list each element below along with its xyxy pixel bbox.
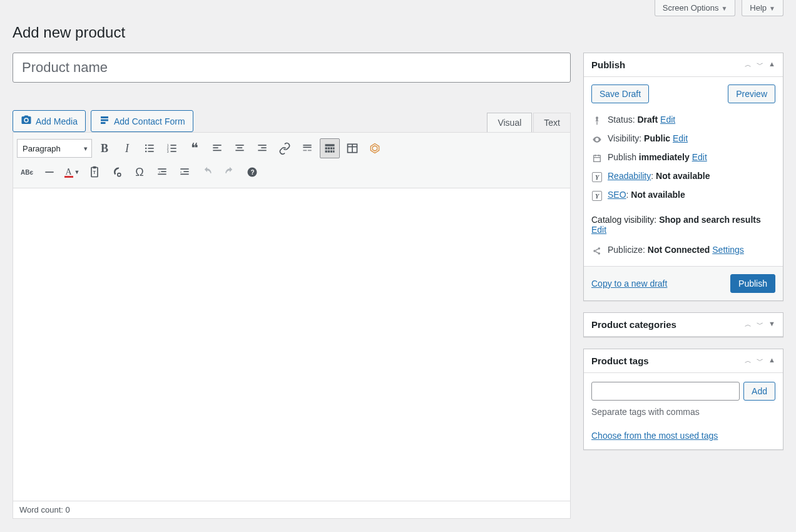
eye-icon xyxy=(591,135,603,145)
align-right-button[interactable] xyxy=(252,138,272,158)
box-toggle-icon[interactable]: ▲ xyxy=(768,356,775,366)
box-move-up-icon[interactable]: ︿ xyxy=(745,60,752,69)
svg-rect-15 xyxy=(235,145,243,146)
edit-visibility-link[interactable]: Edit xyxy=(673,133,688,143)
box-move-down-icon[interactable]: ﹀ xyxy=(757,60,763,69)
preview-button[interactable]: Preview xyxy=(728,84,775,103)
align-left-button[interactable] xyxy=(207,138,227,158)
svg-rect-25 xyxy=(325,144,335,146)
svg-rect-19 xyxy=(261,147,266,148)
tag-input[interactable] xyxy=(591,382,740,401)
svg-rect-22 xyxy=(303,147,311,148)
product-name-input[interactable] xyxy=(13,53,571,83)
svg-point-2 xyxy=(145,148,147,150)
svg-rect-17 xyxy=(235,150,243,151)
save-draft-button[interactable]: Save Draft xyxy=(591,84,649,103)
woocommerce-icon[interactable] xyxy=(365,138,385,158)
more-button[interactable] xyxy=(297,138,317,158)
add-tag-button[interactable]: Add xyxy=(743,382,775,401)
edit-publish-time-link[interactable]: Edit xyxy=(692,152,707,162)
svg-rect-18 xyxy=(258,145,266,146)
blockquote-button[interactable]: ❝ xyxy=(185,138,205,158)
publish-box: Publish ︿ ﹀ ▲ Save Draft Preview Status:… xyxy=(583,53,783,301)
svg-line-59 xyxy=(595,249,598,251)
italic-button[interactable]: I xyxy=(117,138,137,158)
publicize-settings-link[interactable]: Settings xyxy=(712,245,744,255)
svg-text:3: 3 xyxy=(167,150,169,153)
svg-point-43 xyxy=(118,173,121,176)
svg-rect-31 xyxy=(328,150,330,152)
publish-button[interactable]: Publish xyxy=(730,274,775,293)
form-icon xyxy=(99,115,110,128)
svg-rect-28 xyxy=(330,147,332,149)
special-char-button[interactable]: Ω xyxy=(130,162,150,182)
svg-rect-11 xyxy=(171,151,176,152)
indent-button[interactable] xyxy=(175,162,195,182)
svg-rect-41 xyxy=(93,166,96,168)
yoast-seo-icon: Y xyxy=(591,191,603,201)
format-select[interactable]: Paragraph xyxy=(17,139,92,158)
edit-catalog-link[interactable]: Edit xyxy=(591,225,606,235)
most-used-tags-link[interactable]: Choose from the most used tags xyxy=(591,431,718,441)
hr-button[interactable] xyxy=(39,162,59,182)
media-icon xyxy=(21,115,32,128)
redo-button[interactable] xyxy=(220,162,240,182)
tags-box: Product tags ︿ ﹀ ▲ Add Separate tags wit… xyxy=(583,349,783,450)
clear-format-button[interactable] xyxy=(107,162,127,182)
page-title: Add new product xyxy=(13,16,783,53)
table-button[interactable] xyxy=(342,138,362,158)
undo-button[interactable] xyxy=(197,162,217,182)
box-toggle-icon[interactable]: ▲ xyxy=(768,60,775,69)
help-button[interactable]: Help▼ xyxy=(742,0,783,16)
number-list-button[interactable]: 123 xyxy=(162,138,182,158)
calendar-icon xyxy=(591,153,603,163)
link-button[interactable] xyxy=(275,138,295,158)
box-move-down-icon[interactable]: ﹀ xyxy=(757,320,763,329)
svg-rect-33 xyxy=(333,150,335,152)
box-move-up-icon[interactable]: ︿ xyxy=(745,320,752,329)
svg-rect-5 xyxy=(148,151,154,152)
svg-rect-12 xyxy=(213,145,221,146)
svg-rect-39 xyxy=(45,171,53,173)
svg-rect-21 xyxy=(303,145,311,146)
box-move-up-icon[interactable]: ︿ xyxy=(745,356,752,366)
svg-rect-16 xyxy=(237,147,242,148)
svg-marker-37 xyxy=(370,144,379,153)
svg-rect-24 xyxy=(308,150,312,151)
svg-point-4 xyxy=(145,151,147,153)
box-toggle-icon[interactable]: ▼ xyxy=(768,320,775,329)
paste-text-button[interactable]: T xyxy=(84,162,105,182)
svg-rect-20 xyxy=(258,150,266,151)
categories-box-title: Product categories xyxy=(591,319,676,330)
strikethrough-button[interactable]: ABє xyxy=(17,162,37,182)
screen-options-button[interactable]: Screen Options▼ xyxy=(655,0,736,16)
tab-visual[interactable]: Visual xyxy=(487,113,532,132)
help-icon-button[interactable]: ? xyxy=(242,162,262,182)
svg-text:T: T xyxy=(93,170,96,175)
svg-rect-9 xyxy=(171,148,176,149)
copy-draft-link[interactable]: Copy to a new draft xyxy=(591,279,667,289)
svg-rect-48 xyxy=(183,171,188,172)
tab-text[interactable]: Text xyxy=(533,113,571,132)
svg-rect-26 xyxy=(325,147,327,149)
add-media-button[interactable]: Add Media xyxy=(13,110,86,132)
seo-link[interactable]: SEO xyxy=(608,190,626,200)
toolbar-toggle-button[interactable] xyxy=(320,138,340,158)
yoast-readability-icon: Y xyxy=(591,172,603,182)
text-color-button[interactable]: A▼ xyxy=(62,162,82,182)
svg-line-60 xyxy=(595,252,598,253)
editor-content-area[interactable] xyxy=(13,188,571,501)
bold-button[interactable]: B xyxy=(94,138,115,158)
svg-rect-46 xyxy=(158,174,166,175)
edit-status-link[interactable]: Edit xyxy=(660,115,675,125)
share-icon xyxy=(591,246,603,256)
readability-link[interactable]: Readability xyxy=(608,171,651,181)
box-move-down-icon[interactable]: ﹀ xyxy=(757,356,763,366)
outdent-button[interactable] xyxy=(152,162,172,182)
bullet-list-button[interactable] xyxy=(140,138,160,158)
editor-toolbar: Paragraph B I 123 ❝ ABє xyxy=(13,132,571,188)
svg-rect-45 xyxy=(161,171,166,172)
svg-rect-44 xyxy=(158,168,166,170)
align-center-button[interactable] xyxy=(230,138,250,158)
add-contact-form-button[interactable]: Add Contact Form xyxy=(91,110,193,132)
